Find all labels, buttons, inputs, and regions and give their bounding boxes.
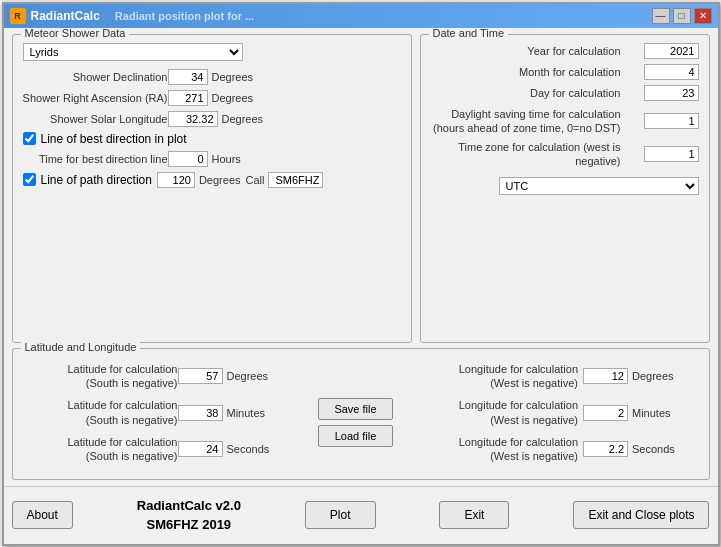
lat-min-input[interactable] [178,405,223,421]
best-dir-time-label: Time for best direction line [23,153,168,165]
ra-row: Shower Right Ascension (RA) Degrees [23,90,401,106]
solar-lon-unit: Degrees [222,113,264,125]
month-label: Month for calculation [431,66,621,78]
day-row: Day for calculation [431,85,699,101]
lon-deg-input[interactable] [583,368,628,384]
best-dir-label: Line of best direction in plot [41,132,187,146]
declination-label: Shower Declination [23,71,168,83]
meteor-group: Meteor Shower Data Lyrids Shower Declina… [12,34,412,343]
save-file-button[interactable]: Save file [318,398,393,420]
app-credit: SM6FHZ 2019 [137,515,241,535]
path-dir-label: Line of path direction [41,173,152,187]
shower-dropdown-row: Lyrids [23,43,401,61]
month-row: Month for calculation [431,64,699,80]
best-dir-time-row: Time for best direction line Hours [23,151,401,167]
declination-unit: Degrees [212,71,254,83]
app-name: RadiantCalc v2.0 [137,496,241,516]
ra-input[interactable] [168,90,208,106]
year-label: Year for calculation [431,45,621,57]
best-dir-time-unit: Hours [212,153,241,165]
lat-lon-group-title: Latitude and Longitude [21,341,141,353]
tz-input[interactable] [644,146,699,162]
datetime-group-title: Date and Time [429,28,509,39]
declination-row: Shower Declination Degrees [23,69,401,85]
dst-label: Daylight saving time for calculation (ho… [431,107,621,136]
year-input[interactable] [644,43,699,59]
ra-label: Shower Right Ascension (RA) [23,92,168,104]
app-icon: R [10,8,26,24]
lon-min-unit: Minutes [632,407,671,419]
lat-sec-input[interactable] [178,441,223,457]
solar-lon-label: Shower Solar Longitude [23,113,168,125]
exit-button[interactable]: Exit [439,501,509,529]
title-bar-controls: — □ ✕ [652,8,712,24]
dst-row: Daylight saving time for calculation (ho… [431,107,699,136]
lon-sec-row: Longitude for calculation(West is negati… [403,435,699,464]
lat-sec-label: Latitude for calculation(South is negati… [23,435,178,464]
day-input[interactable] [644,85,699,101]
lon-min-label: Longitude for calculation(West is negati… [403,398,578,427]
path-call-input[interactable] [268,172,323,188]
lat-min-label: Latitude for calculation(South is negati… [23,398,178,427]
exit-close-button[interactable]: Exit and Close plots [573,501,709,529]
path-dir-row: Line of path direction Degrees Call [23,172,401,188]
lon-deg-label: Longitude for calculation(West is negati… [403,362,578,391]
tz-row: Time zone for calculation (west is negat… [431,140,699,169]
lat-deg-input[interactable] [178,368,223,384]
about-button[interactable]: About [12,501,73,529]
lon-min-row: Longitude for calculation(West is negati… [403,398,699,427]
best-dir-row: Line of best direction in plot [23,132,401,146]
shower-dropdown[interactable]: Lyrids [23,43,243,61]
best-dir-time-input[interactable] [168,151,208,167]
app-info: RadiantCalc v2.0 SM6FHZ 2019 [137,496,241,535]
plot-button[interactable]: Plot [305,501,376,529]
lon-deg-unit: Degrees [632,370,674,382]
lat-section: Latitude for calculation(South is negati… [23,357,319,469]
month-input[interactable] [644,64,699,80]
lon-sec-input[interactable] [583,441,628,457]
load-file-button[interactable]: Load file [318,425,393,447]
window-tooltip: Radiant position plot for ... [115,10,254,22]
lon-sec-unit: Seconds [632,443,675,455]
path-dir-checkbox[interactable] [23,173,36,186]
tz-label: Time zone for calculation (west is negat… [431,140,621,169]
utc-dropdown[interactable]: UTC US/Eastern Europe/Stockholm [499,177,699,195]
main-window: R RadiantCalc Radiant position plot for … [2,2,720,546]
save-load-section: Save file Load file [318,357,393,469]
dst-input[interactable] [644,113,699,129]
best-dir-checkbox[interactable] [23,132,36,145]
lon-section: Longitude for calculation(West is negati… [393,357,699,469]
lon-min-input[interactable] [583,405,628,421]
path-dir-unit: Degrees [199,174,241,186]
top-panels: Meteor Shower Data Lyrids Shower Declina… [12,34,710,343]
meteor-group-title: Meteor Shower Data [21,28,130,39]
lat-lon-group: Latitude and Longitude Latitude for calc… [12,348,710,480]
title-bar: R RadiantCalc Radiant position plot for … [4,4,718,28]
minimize-button[interactable]: — [652,8,670,24]
lat-min-unit: Minutes [227,407,266,419]
window-title: RadiantCalc [31,9,100,23]
path-dir-input[interactable] [157,172,195,188]
ra-unit: Degrees [212,92,254,104]
datetime-group: Date and Time Year for calculation Month… [420,34,710,343]
lat-deg-label: Latitude for calculation(South is negati… [23,362,178,391]
year-row: Year for calculation [431,43,699,59]
lat-deg-unit: Degrees [227,370,269,382]
close-button[interactable]: ✕ [694,8,712,24]
declination-input[interactable] [168,69,208,85]
content-area: Meteor Shower Data Lyrids Shower Declina… [4,28,718,486]
solar-lon-input[interactable] [168,111,218,127]
path-call-label: Call [246,174,265,186]
title-bar-left: R RadiantCalc Radiant position plot for … [10,8,255,24]
lat-sec-row: Latitude for calculation(South is negati… [23,435,319,464]
footer-bar: About RadiantCalc v2.0 SM6FHZ 2019 Plot … [4,486,718,544]
lat-min-row: Latitude for calculation(South is negati… [23,398,319,427]
lat-lon-inner: Latitude for calculation(South is negati… [23,357,699,469]
lat-deg-row: Latitude for calculation(South is negati… [23,362,319,391]
lat-sec-unit: Seconds [227,443,270,455]
utc-dropdown-row: UTC US/Eastern Europe/Stockholm [431,177,699,195]
day-label: Day for calculation [431,87,621,99]
lon-sec-label: Longitude for calculation(West is negati… [403,435,578,464]
lon-deg-row: Longitude for calculation(West is negati… [403,362,699,391]
maximize-button[interactable]: □ [673,8,691,24]
